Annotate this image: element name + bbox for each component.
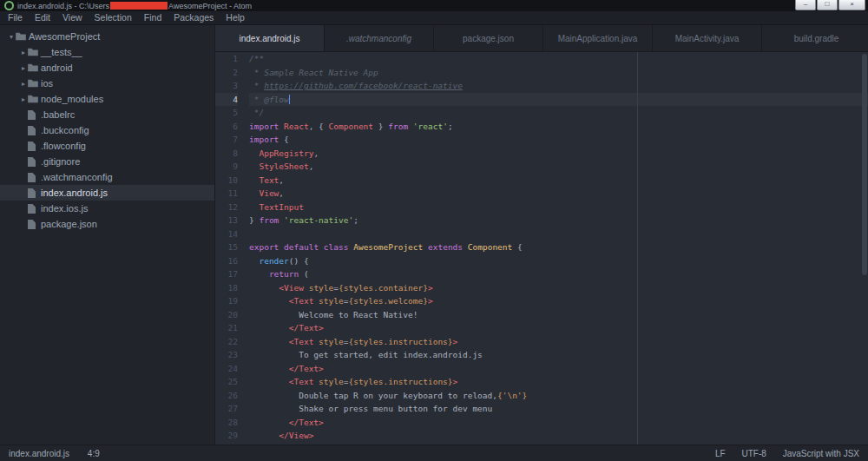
code-line[interactable]: <Text style={styles.welcome}> — [249, 294, 868, 308]
status-line-ending[interactable]: LF — [715, 449, 726, 458]
tree-item-.buckconfig[interactable]: .buckconfig — [0, 122, 214, 138]
tree-item-AwesomeProject[interactable]: ▾AwesomeProject — [0, 29, 214, 44]
tree-item-node_modules[interactable]: ▸node_modules — [0, 91, 214, 107]
chevron-right-icon[interactable]: ▸ — [19, 95, 28, 103]
code-line[interactable]: * Sample React Native App — [249, 66, 868, 80]
code-line[interactable]: } from 'react-native'; — [249, 214, 868, 227]
tree-item-label: AwesomeProject — [29, 31, 100, 42]
tree-item-label: .babelrc — [41, 109, 75, 120]
tab-MainActivity.java[interactable]: MainActivity.java — [653, 25, 762, 51]
token — [249, 188, 259, 198]
menu-packages[interactable]: Packages — [168, 11, 220, 24]
chevron-right-icon[interactable]: ▸ — [19, 80, 28, 88]
status-right: LF UTF-8 JavaScript with JSX — [701, 449, 859, 458]
code-line[interactable]: * https://github.com/facebook/react-nati… — [249, 79, 868, 93]
code-line[interactable] — [249, 227, 868, 241]
window-title: index.android.js - C:\Users AwesomeProje… — [17, 2, 252, 10]
tree-item-ios[interactable]: ▸ios — [0, 76, 214, 91]
code-line[interactable]: render() { — [249, 254, 868, 268]
editor-scrollbar[interactable] — [861, 52, 868, 445]
tree-item-.babelrc[interactable]: .babelrc — [0, 107, 214, 122]
code-line[interactable]: import { — [249, 133, 868, 147]
code-line[interactable]: </View> — [249, 429, 868, 443]
line-number: 12 — [215, 201, 238, 214]
code-line[interactable]: Double tap R on your keyboard to reload,… — [249, 389, 868, 403]
code-line[interactable]: Shake or press menu button for dev menu — [249, 402, 868, 416]
chevron-down-icon[interactable]: ▾ — [7, 33, 16, 41]
tree-item-index.android.js[interactable]: index.android.js — [0, 185, 214, 201]
code-line[interactable]: StyleSheet, — [249, 160, 868, 174]
code-line[interactable]: /** — [249, 52, 868, 66]
maximize-button[interactable]: □ — [817, 0, 838, 10]
tab-.watchmanconfig[interactable]: .watchmanconfig — [325, 25, 434, 51]
menu-edit[interactable]: Edit — [29, 11, 56, 24]
code-line[interactable]: View, — [249, 187, 868, 201]
token: Shake or press menu button for dev menu — [249, 404, 492, 413]
editor[interactable]: 1234567891011121314151617181920212223242… — [215, 52, 868, 445]
menu-selection[interactable]: Selection — [89, 11, 138, 24]
code-line[interactable]: </Text> — [249, 321, 868, 335]
code-line[interactable]: */ — [249, 106, 868, 120]
scrollbar-thumb[interactable] — [862, 54, 867, 275]
status-grammar[interactable]: JavaScript with JSX — [783, 449, 859, 458]
menu-find[interactable]: Find — [138, 11, 168, 24]
gutter: 1234567891011121314151617181920212223242… — [215, 52, 244, 445]
code-line[interactable]: <Text style={styles.instructions}> — [249, 335, 868, 349]
code-line[interactable]: To get started, edit index.android.js — [249, 348, 868, 362]
line-number: 21 — [215, 321, 238, 335]
token — [249, 296, 289, 306]
token — [249, 175, 259, 185]
menu-help[interactable]: Help — [220, 11, 251, 24]
token — [249, 323, 289, 333]
tree-item-android[interactable]: ▸android — [0, 60, 214, 76]
code-lines[interactable]: /** * Sample React Native App * https://… — [244, 52, 868, 445]
tree-item-.gitignore[interactable]: .gitignore — [0, 154, 214, 169]
tab-label: MainActivity.java — [675, 34, 740, 43]
code-line[interactable]: * @flow — [249, 93, 868, 107]
tab-build.gradle[interactable]: build.gradle — [762, 25, 868, 51]
atom-logo-icon — [4, 1, 14, 10]
title-bar[interactable]: index.android.js - C:\Users AwesomeProje… — [0, 0, 868, 11]
line-number: 28 — [215, 416, 238, 430]
line-number: 19 — [215, 294, 238, 308]
code-line[interactable]: </Text> — [249, 416, 868, 430]
token: , — [279, 175, 284, 185]
tab-package.json[interactable]: package.json — [434, 25, 543, 51]
code-line[interactable]: Welcome to React Native! — [249, 308, 868, 322]
code-line[interactable]: <Text style={styles.instructions}> — [249, 375, 868, 389]
close-button[interactable]: × — [838, 0, 865, 10]
code-line[interactable]: Text, — [249, 174, 868, 188]
token: default — [284, 242, 319, 252]
atom-window: index.android.js - C:\Users AwesomeProje… — [0, 0, 868, 461]
tree-item-package.json[interactable]: package.json — [0, 216, 214, 232]
code-line[interactable]: return ( — [249, 267, 868, 281]
chevron-right-icon[interactable]: ▸ — [19, 64, 28, 72]
tree-item-label: __tests__ — [41, 47, 82, 57]
minimize-button[interactable]: – — [795, 0, 816, 10]
tab-index.android.js[interactable]: index.android.js — [215, 25, 325, 51]
code-line[interactable]: AppRegistry, — [249, 147, 868, 161]
token: export — [249, 242, 279, 252]
tree-item-index.ios.js[interactable]: index.ios.js — [0, 201, 214, 216]
token: ; — [353, 215, 358, 225]
tree-item-.watchmanconfig[interactable]: .watchmanconfig — [0, 169, 214, 185]
code-line[interactable]: TextInput — [249, 201, 868, 214]
tree-item-__tests__[interactable]: ▸__tests__ — [0, 44, 214, 60]
main-area: ▾AwesomeProject▸__tests__▸android▸ios▸no… — [0, 25, 868, 445]
menu-file[interactable]: File — [2, 11, 29, 24]
code-line[interactable]: import React, { Component } from 'react'… — [249, 120, 868, 134]
menu-view[interactable]: View — [56, 11, 89, 24]
tree-item-.flowconfig[interactable]: .flowconfig — [0, 138, 214, 154]
status-cursor-position[interactable]: 4:9 — [88, 449, 100, 458]
token: Text — [259, 175, 279, 185]
code-line[interactable]: </Text> — [249, 362, 868, 376]
status-encoding[interactable]: UTF-8 — [742, 449, 766, 458]
line-number: 29 — [215, 429, 238, 443]
code-line[interactable]: <View style={styles.container}> — [249, 281, 868, 295]
token: To get started, edit index.android.js — [249, 350, 483, 359]
code-line[interactable]: export default class AwesomeProject exte… — [249, 240, 868, 254]
tab-MainApplication.java[interactable]: MainApplication.java — [543, 25, 653, 51]
chevron-right-icon[interactable]: ▸ — [19, 49, 28, 56]
sidebar: ▾AwesomeProject▸__tests__▸android▸ios▸no… — [0, 25, 215, 445]
status-file-name[interactable]: index.android.js — [9, 449, 69, 458]
